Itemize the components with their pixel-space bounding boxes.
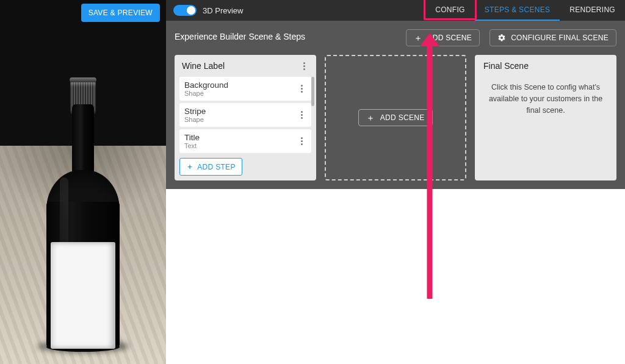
add-scene-button[interactable]: ＋ ADD SCENE [406,29,480,46]
configure-final-scene-button[interactable]: CONFIGURE FINAL SCENE [490,29,616,46]
gear-icon [497,34,506,42]
step-menu-button[interactable] [297,111,306,119]
wine-bottle-model[interactable] [34,48,132,353]
tab-strip: CONFIG STEPS & SCENES RENDERING [425,0,625,21]
preview-3d-toggle[interactable] [173,5,197,16]
plus-icon: ＋ [366,113,375,122]
topbar: 3D Preview CONFIG STEPS & SCENES RENDERI… [166,0,625,21]
add-scene-placeholder[interactable]: ＋ ADD SCENE [325,55,466,180]
preview-viewport[interactable]: SAVE & PREVIEW [0,0,166,364]
scene-name: Wine Label [182,61,225,71]
scrollbar[interactable] [311,77,314,106]
step-type: Shape [184,90,228,97]
step-title: Background [184,80,228,90]
step-menu-button[interactable] [297,85,306,93]
step-menu-button[interactable] [297,137,306,145]
section-title: Experience Builder Scene & Steps [175,29,305,41]
step-list: Background Shape Stripe Shape [175,77,316,180]
preview-3d-label: 3D Preview [203,6,243,15]
plus-icon: ＋ [186,162,193,172]
final-scene-title: Final Scene [483,61,608,71]
step-item[interactable]: Stripe Shape [179,103,311,127]
tab-steps-scenes[interactable]: STEPS & SCENES [475,0,560,21]
tab-rendering[interactable]: RENDERING [560,0,625,21]
save-preview-button[interactable]: SAVE & PREVIEW [81,4,160,22]
scene-menu-button[interactable] [299,62,309,70]
add-step-button[interactable]: ＋ ADD STEP [179,158,242,176]
plus-icon: ＋ [414,34,422,42]
step-type: Shape [184,116,206,123]
scene-card[interactable]: Wine Label Background Shape Str [175,55,316,180]
final-scene-description: Click this Scene to config what's availa… [483,82,608,116]
scene-row: Wine Label Background Shape Str [166,55,625,189]
step-item[interactable]: Title Text [179,129,311,153]
bottle-neck [72,104,94,180]
configure-final-scene-label: CONFIGURE FINAL SCENE [511,34,609,42]
add-scene-placeholder-label: ADD SCENE [380,113,425,122]
tab-config[interactable]: CONFIG [425,0,474,21]
step-title: Stripe [184,107,206,116]
step-title: Title [184,133,200,142]
final-scene-card[interactable]: Final Scene Click this Scene to config w… [475,55,616,180]
scene-toolbar: Experience Builder Scene & Steps ＋ ADD S… [166,21,625,55]
step-type: Text [184,142,200,149]
add-scene-label: ADD SCENE [427,34,472,42]
empty-area [166,189,625,364]
add-step-label: ADD STEP [197,163,235,171]
step-item[interactable]: Background Shape [179,77,311,101]
add-scene-placeholder-button[interactable]: ＋ ADD SCENE [358,109,432,126]
glass-highlight [60,177,68,336]
